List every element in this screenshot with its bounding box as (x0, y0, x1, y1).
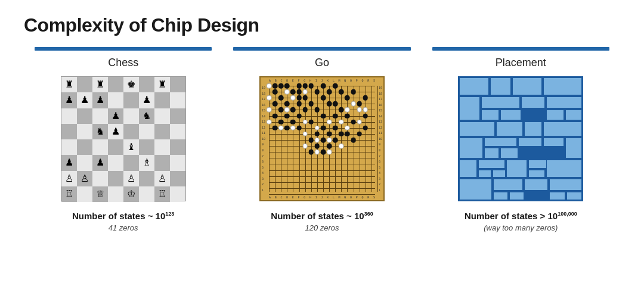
chess-cell: ♟ (108, 108, 123, 124)
placement-rect (524, 179, 548, 191)
go-stone (296, 89, 302, 95)
go-column: Go ABCDEFGHIJKLMNOPQRS ABCDEFGHIJKLMNOPQ… (222, 47, 421, 232)
go-label: Go (315, 57, 329, 69)
placement-rect (549, 192, 565, 200)
chess-board: ♜♜♚♜♟♟♟♟♟♞♞♟♝♟♟♗♙♙♙♙♖♕♔♖ (61, 76, 186, 201)
chess-cell: ♜ (154, 77, 170, 92)
go-stone (327, 119, 332, 124)
go-stone (315, 132, 320, 137)
placement-rect (518, 138, 542, 147)
chess-cell: ♗ (139, 155, 154, 170)
chess-cell (123, 92, 139, 108)
go-stone (267, 107, 272, 113)
chess-cell (170, 139, 185, 155)
go-stone (267, 83, 272, 89)
chess-cell (61, 108, 77, 124)
go-stone (333, 83, 338, 89)
go-stone (278, 83, 284, 89)
placement-board-container (458, 76, 583, 201)
go-stone (327, 138, 332, 143)
chess-cell (154, 108, 170, 124)
go-stone (357, 101, 362, 107)
go-stone (357, 132, 362, 137)
placement-stats-sub: (way too many zeros) (484, 223, 558, 232)
go-stone (351, 119, 356, 124)
chess-cell (123, 124, 139, 139)
chess-cell (170, 171, 185, 186)
placement-rect (500, 148, 518, 158)
go-stone (333, 113, 338, 119)
go-stone (290, 125, 296, 130)
go-stone (290, 95, 296, 101)
chess-cell (154, 124, 170, 139)
chess-cell: ♟ (77, 92, 92, 108)
go-stone (302, 107, 308, 113)
go-stats-sub: 120 zeros (305, 223, 339, 232)
chess-label: Chess (108, 57, 138, 69)
chess-cell (77, 139, 92, 155)
chess-cell: ♖ (61, 186, 77, 202)
placement-rect (546, 110, 564, 120)
chess-cell: ♜ (61, 77, 77, 92)
go-board-container: ABCDEFGHIJKLMNOPQRS ABCDEFGHIJKLMNOPQRS … (259, 76, 385, 201)
chess-cell: ♚ (123, 77, 139, 92)
chess-cell (170, 92, 185, 108)
chess-cell (170, 108, 185, 124)
placement-rect (506, 160, 527, 177)
go-stone (273, 125, 278, 130)
go-stone (273, 89, 278, 95)
placement-rect (524, 122, 542, 136)
go-stone (357, 107, 362, 113)
go-stone (296, 125, 302, 130)
go-stone (327, 144, 332, 149)
go-stone (284, 83, 290, 89)
placement-rect (546, 160, 582, 177)
placement-rect (493, 192, 508, 200)
chess-cell (77, 124, 92, 139)
chess-cell (139, 124, 154, 139)
chess-cell: ♞ (139, 108, 154, 124)
go-stone (363, 113, 368, 119)
go-stone (339, 107, 344, 113)
chess-cell: ♙ (154, 171, 170, 186)
chess-cell (92, 171, 108, 186)
chess-cell (139, 77, 154, 92)
chess-cell (77, 155, 92, 170)
go-stone (315, 144, 320, 149)
chess-cell (154, 92, 170, 108)
chess-cell (139, 171, 154, 186)
columns-container: Chess ♜♜♚♜♟♟♟♟♟♞♞♟♝♟♟♗♙♙♙♙♖♕♔♖ Number of… (24, 47, 620, 232)
placement-rect (549, 179, 582, 191)
placement-rect (459, 160, 477, 177)
go-stone (273, 101, 278, 107)
chess-cell: ♝ (123, 139, 139, 155)
go-stone (273, 83, 278, 89)
chess-cell (77, 186, 92, 202)
go-stone (351, 101, 356, 107)
chess-cell (61, 139, 77, 155)
go-stone (327, 101, 332, 107)
placement-rect (459, 96, 480, 120)
placement-rect (484, 138, 517, 147)
go-stone (296, 83, 302, 89)
chess-cell (92, 139, 108, 155)
placement-rect (543, 122, 582, 136)
chess-cell: ♙ (77, 171, 92, 186)
placement-column: Placement Number of states > 10100,000 (… (422, 47, 620, 232)
placement-rect (500, 110, 521, 120)
go-stone (351, 138, 356, 143)
go-stone (302, 95, 308, 101)
placement-rect (496, 122, 523, 136)
placement-rect (478, 160, 505, 169)
placement-rect (490, 77, 511, 95)
chess-cell: ♞ (92, 124, 108, 139)
chess-cell: ♙ (123, 171, 139, 186)
go-stone (284, 101, 290, 107)
go-stone (339, 89, 344, 95)
go-stone (296, 113, 302, 119)
chess-cell: ♖ (154, 186, 170, 202)
go-stone (290, 119, 296, 124)
go-board: ABCDEFGHIJKLMNOPQRS ABCDEFGHIJKLMNOPQRS … (259, 76, 385, 201)
go-stone (321, 125, 326, 130)
go-stone (278, 119, 284, 124)
